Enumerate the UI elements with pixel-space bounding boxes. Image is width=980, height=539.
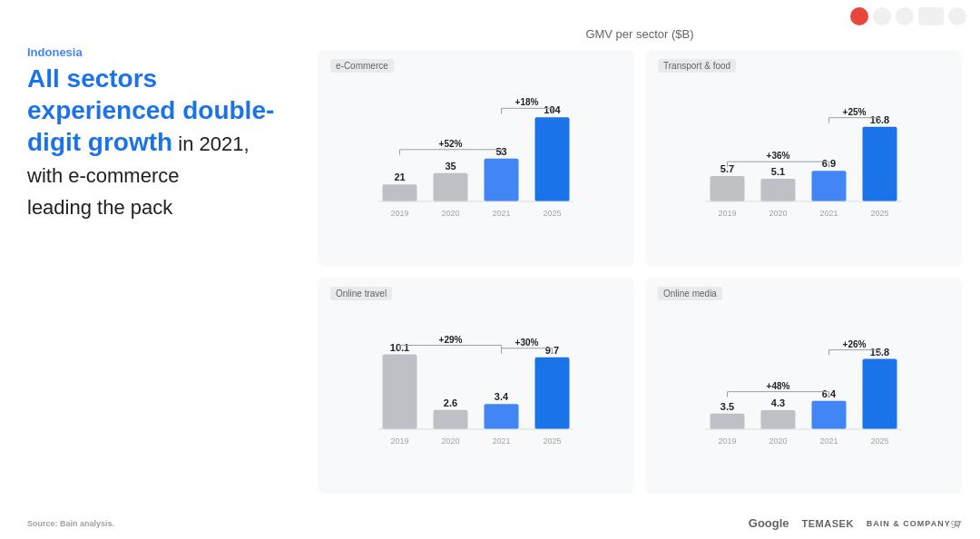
chart-svg-ecommerce: 2120193520205320211042025+52%+18% — [330, 76, 622, 221]
slide: Indonesia All sectors experienced double… — [0, 0, 980, 539]
cagr-label-media-right: +26% — [843, 338, 867, 348]
bar-year-travel-2025: 2025 — [543, 436, 561, 446]
chart-svg-travel: 10.120192.620203.420219.72025+29%+30% — [330, 304, 622, 449]
bar-year-ecommerce-2021: 2021 — [492, 209, 510, 218]
bar-transport-2020 — [761, 179, 796, 201]
google-logo: Google — [749, 516, 789, 530]
bar-ecommerce-2019 — [383, 184, 417, 201]
bain-logo: BAIN & COMPANY ⊙ — [867, 519, 962, 528]
bar-value-travel-2021: 3.4 — [495, 391, 509, 402]
source-detail: Bain analysis. — [60, 519, 114, 528]
chart-svg-transport: 5.720195.120206.9202116.82025+36%+25% — [658, 76, 949, 221]
bar-value-media-2020: 4.3 — [771, 397, 785, 407]
bar-value-travel-2020: 2.6 — [444, 397, 457, 407]
bar-travel-2020 — [434, 409, 468, 428]
cagr-label-travel-left: +29% — [439, 334, 463, 344]
chart-svg-media: 3.520194.320206.4202115.82025+48%+26% — [658, 304, 949, 449]
chart-label-transport: Transport & food — [658, 59, 736, 73]
bar-media-2025 — [863, 358, 897, 428]
bar-value-ecommerce-2020: 35 — [445, 161, 456, 172]
bar-year-transport-2020: 2020 — [769, 209, 787, 218]
cagr-label-ecommerce-right: +18% — [515, 97, 539, 107]
chart-card-travel: Online travel10.120192.620203.420219.720… — [318, 278, 634, 495]
chart-card-ecommerce: e-Commerce2120193520205320211042025+52%+… — [318, 50, 634, 267]
bar-ecommerce-2021 — [485, 159, 519, 201]
bar-ecommerce-2025 — [535, 117, 570, 201]
bar-year-travel-2020: 2020 — [441, 436, 459, 446]
bar-travel-2025 — [535, 357, 570, 428]
cagr-label-media-left: +48% — [767, 380, 790, 390]
bar-value-transport-2020: 5.1 — [771, 166, 785, 177]
bar-year-transport-2019: 2019 — [718, 209, 736, 218]
bracket-ecommerce-left — [400, 150, 502, 155]
source-prefix: Source: — [27, 519, 58, 528]
charts-grid: e-Commerce2120193520205320211042025+52%+… — [318, 50, 962, 494]
maximize-button[interactable] — [896, 7, 914, 25]
logos: Google TEMASEK BAIN & COMPANY ⊙ — [749, 516, 962, 530]
bar-transport-2019 — [710, 176, 745, 201]
cagr-label-ecommerce-left: +52% — [439, 139, 463, 149]
chart-card-media: Online media3.520194.320206.4202115.8202… — [645, 278, 962, 495]
footer: Source: Bain analysis. Google TEMASEK BA… — [27, 516, 962, 530]
bar-media-2019 — [710, 413, 745, 428]
minimize-button[interactable] — [873, 7, 891, 25]
extra-control-1[interactable] — [918, 7, 944, 25]
bar-media-2020 — [761, 409, 796, 428]
left-panel: Indonesia All sectors experienced double… — [27, 45, 299, 221]
bar-year-transport-2025: 2025 — [870, 209, 888, 218]
charts-title: GMV per sector ($B) — [318, 27, 962, 41]
bar-transport-2021 — [812, 171, 847, 201]
bar-value-media-2019: 3.5 — [720, 400, 734, 411]
bar-travel-2019 — [383, 354, 417, 428]
source-text: Source: Bain analysis. — [27, 519, 114, 528]
chart-label-travel: Online travel — [330, 287, 392, 300]
bar-year-media-2019: 2019 — [718, 436, 736, 446]
cagr-label-travel-right: +30% — [515, 337, 539, 347]
bracket-travel-left — [400, 345, 502, 350]
chart-label-ecommerce: e-Commerce — [330, 59, 394, 73]
page-number: 97 — [951, 519, 962, 530]
bar-year-transport-2021: 2021 — [819, 209, 838, 218]
bar-year-ecommerce-2025: 2025 — [543, 209, 561, 218]
bar-transport-2025 — [863, 127, 897, 201]
bar-travel-2021 — [485, 404, 519, 429]
temasek-logo: TEMASEK — [802, 518, 854, 529]
country-label: Indonesia — [27, 45, 299, 59]
bar-year-travel-2021: 2021 — [492, 436, 510, 446]
window-controls — [850, 7, 966, 25]
chart-card-transport: Transport & food5.720195.120206.9202116.… — [645, 50, 962, 267]
cagr-label-transport-left: +36% — [767, 151, 790, 161]
bar-year-media-2025: 2025 — [870, 436, 888, 446]
bar-year-travel-2019: 2019 — [390, 436, 408, 446]
close-button[interactable] — [850, 7, 868, 25]
extra-control-2[interactable] — [948, 7, 966, 25]
charts-area: GMV per sector ($B) e-Commerce2120193520… — [318, 27, 962, 494]
bar-value-ecommerce-2019: 21 — [394, 172, 405, 182]
bar-media-2021 — [812, 400, 847, 428]
bar-ecommerce-2020 — [434, 173, 468, 201]
bar-year-ecommerce-2019: 2019 — [390, 209, 408, 218]
bar-year-ecommerce-2020: 2020 — [441, 209, 459, 218]
cagr-label-transport-right: +25% — [843, 107, 867, 117]
bar-year-media-2020: 2020 — [769, 436, 787, 446]
chart-label-media: Online media — [658, 287, 722, 300]
bar-year-media-2021: 2021 — [819, 436, 838, 446]
bracket-media-left — [728, 391, 829, 397]
